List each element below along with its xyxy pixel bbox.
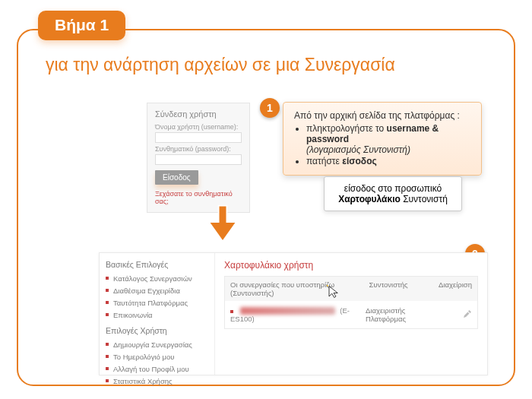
- login-box: Σύνδεση χρήστη Όνομα χρήστη (username): …: [147, 103, 250, 213]
- portfolio-panel: Βασικές Επιλογές Κατάλογος Συνεργασιών Δ…: [99, 252, 488, 375]
- row-collab-link[interactable]: (E-ES100): [230, 306, 366, 323]
- callout-item-1: πληκτρολογήστε το username & password (λ…: [306, 123, 472, 155]
- sidebar-item[interactable]: Στατιστικά Χρήσης: [106, 375, 208, 387]
- bullet-icon: [106, 313, 109, 316]
- sidebar-item[interactable]: Διαθέσιμα Εγχειρίδια: [106, 284, 208, 296]
- bullet-icon: [106, 367, 109, 370]
- page-headline: για την ανάρτηση αρχείων σε μια Συνεργασ…: [46, 55, 494, 75]
- sidebar-item[interactable]: Δημιουργία Συνεργασίας: [106, 338, 208, 350]
- portfolio-table: Οι συνεργασίες που υποστηρίζω (Συντονιστ…: [224, 276, 478, 329]
- step-tab: Βήμα 1: [38, 11, 125, 40]
- col-admin: Διαχείριση: [433, 277, 477, 301]
- sidebar-item[interactable]: Το Ημερολόγιό μου: [106, 350, 208, 363]
- username-label: Όνομα χρήστη (username):: [155, 123, 242, 131]
- svg-line-1: [327, 285, 328, 287]
- password-input[interactable]: [155, 154, 242, 165]
- note-line-2: Χαρτοφυλάκιο Συντονιστή: [332, 194, 454, 204]
- portfolio-title: Χαρτοφυλάκιο χρήστη: [224, 260, 478, 271]
- arrow-down-icon: [209, 205, 236, 242]
- callout-box: Από την αρχική σελίδα της πλατφόρμας : π…: [283, 102, 482, 176]
- sidebar-section-basic: Βασικές Επιλογές: [106, 260, 208, 269]
- sidebar-item[interactable]: Αλλαγή του Προφίλ μου: [106, 363, 208, 375]
- password-label: Συνθηματικό (password):: [155, 145, 242, 153]
- bullet-icon: [106, 289, 109, 292]
- sidebar-item[interactable]: Κατάλογος Συνεργασιών: [106, 272, 208, 284]
- username-input[interactable]: [155, 132, 242, 143]
- portfolio-main: Χαρτοφυλάκιο χρήστη Οι συνεργασίες που υ…: [215, 253, 487, 375]
- step-bubble-1: 1: [260, 98, 280, 118]
- note-box: είσοδος στο προσωπικό Χαρτοφυλάκιο Συντο…: [324, 176, 462, 211]
- login-button[interactable]: Είσοδος: [155, 170, 198, 185]
- blurred-text: [240, 307, 335, 315]
- bullet-icon: [106, 343, 109, 346]
- callout-item-2: πατήστε είσοδος: [306, 156, 472, 166]
- sidebar-section-user: Επιλογές Χρήστη: [106, 326, 208, 335]
- table-head: Οι συνεργασίες που υποστηρίζω (Συντονιστ…: [225, 277, 477, 301]
- sidebar-item[interactable]: Επικοινωνία: [106, 309, 208, 321]
- sidebar: Βασικές Επιλογές Κατάλογος Συνεργασιών Δ…: [100, 253, 215, 375]
- bullet-icon: [106, 355, 109, 358]
- svg-marker-0: [329, 287, 337, 298]
- note-line-1: είσοδος στο προσωπικό: [332, 183, 454, 194]
- manage-icon[interactable]: [433, 309, 472, 321]
- sidebar-item[interactable]: Ταυτότητα Πλατφόρμας: [106, 296, 208, 309]
- forgot-password-link[interactable]: Ξεχάσατε το συνθηματικό σας;: [155, 190, 242, 205]
- bullet-icon: [230, 310, 233, 313]
- login-title: Σύνδεση χρήστη: [155, 109, 242, 119]
- row-coordinator: Διαχειριστής Πλατφόρμας: [366, 306, 433, 323]
- table-row[interactable]: (E-ES100) Διαχειριστής Πλατφόρμας: [225, 301, 477, 328]
- callout-intro: Από την αρχική σελίδα της πλατφόρμας :: [294, 110, 472, 121]
- bullet-icon: [106, 277, 109, 280]
- col-collabs: Οι συνεργασίες που υποστηρίζω (Συντονιστ…: [225, 277, 364, 301]
- bullet-icon: [106, 379, 109, 382]
- bullet-icon: [106, 301, 109, 304]
- cursor-icon: [327, 285, 340, 301]
- col-coord: Συντονιστής: [364, 277, 433, 301]
